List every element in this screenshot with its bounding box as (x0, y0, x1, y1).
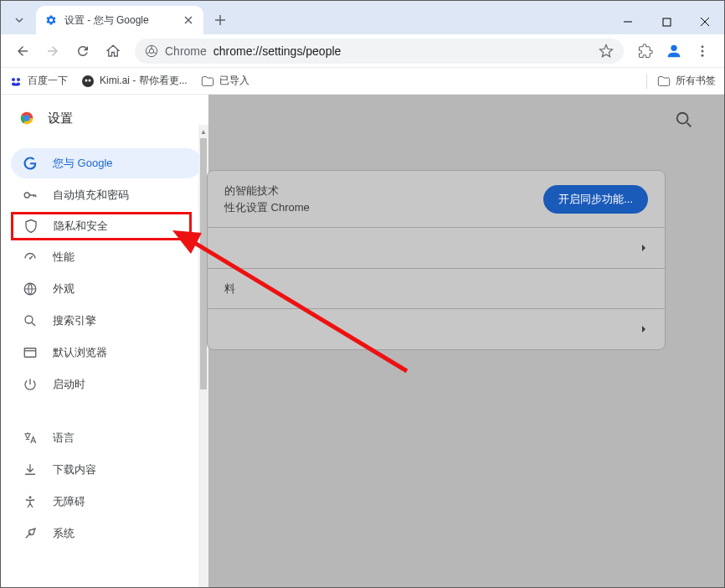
sidebar-item-on-startup[interactable]: 启动时 (11, 369, 202, 400)
bookmark-label: 百度一下 (28, 74, 68, 88)
sidebar-item-label: 自动填充和密码 (53, 188, 129, 203)
sync-text: 的智能技术 性化设置 Chrome (224, 183, 543, 215)
browser-icon (23, 345, 38, 360)
folder-icon (657, 75, 671, 88)
sidebar-item-languages[interactable]: 语言 (11, 423, 202, 453)
sidebar-item-label: 您与 Google (53, 156, 113, 171)
chevron-right-icon (640, 325, 648, 333)
minimize-button[interactable] (609, 9, 647, 34)
translate-icon (23, 431, 38, 446)
window-controls (609, 6, 724, 34)
download-icon (23, 462, 38, 477)
sidebar-header: 设置 (1, 95, 208, 142)
google-g-icon (23, 156, 38, 171)
card-row-3[interactable] (208, 309, 665, 349)
svg-point-16 (24, 193, 29, 198)
svg-point-9 (82, 75, 94, 87)
close-window-button[interactable] (686, 9, 724, 34)
sidebar-item-performance[interactable]: 性能 (11, 242, 202, 272)
tab-title: 设置 - 您与 Google (64, 13, 175, 28)
svg-point-19 (25, 316, 33, 323)
forward-button[interactable] (39, 38, 66, 64)
browser-tab[interactable]: 设置 - 您与 Google (36, 6, 203, 34)
svg-point-8 (17, 78, 20, 81)
back-button[interactable] (9, 38, 36, 64)
search-icon (23, 313, 38, 328)
bookmark-baidu[interactable]: 百度一下 (9, 74, 68, 88)
card-row-2[interactable]: 料 (208, 269, 665, 310)
reload-button[interactable] (69, 38, 96, 64)
main-panel: 的智能技术 性化设置 Chrome 开启同步功能... 料 (208, 95, 724, 587)
svg-point-11 (89, 79, 91, 81)
svg-point-21 (29, 496, 32, 498)
main-header (208, 95, 724, 145)
scroll-thumb[interactable] (200, 138, 207, 389)
all-bookmarks-button[interactable]: 所有书签 (657, 74, 716, 88)
globe-icon (23, 281, 38, 297)
sidebar-item-autofill[interactable]: 自动填充和密码 (11, 180, 202, 210)
sidebar-item-label: 性能 (53, 250, 75, 265)
close-icon[interactable] (182, 13, 195, 27)
baidu-icon (9, 75, 23, 88)
omnibox-prefix: Chrome (165, 44, 207, 58)
sidebar-item-privacy-security[interactable]: 隐私和安全 (11, 212, 192, 240)
home-button[interactable] (100, 38, 126, 64)
svg-point-17 (29, 257, 31, 259)
scroll-up-arrow[interactable]: ▲ (198, 126, 208, 137)
svg-point-10 (85, 79, 88, 81)
shield-icon (23, 219, 39, 234)
profile-button[interactable] (662, 39, 686, 63)
svg-point-5 (702, 49, 704, 52)
bookmarks-bar: 百度一下 Kimi.ai - 帮你看更... 已导入 所有书签 (1, 68, 724, 95)
power-icon (23, 377, 38, 392)
settings-sidebar: 设置 您与 Google 自动填充和密码 (1, 95, 208, 587)
sidebar-items: 您与 Google 自动填充和密码 隐私和安全 (1, 142, 208, 555)
key-icon (23, 188, 38, 203)
sidebar-item-label: 系统 (53, 526, 75, 541)
sidebar-item-appearance[interactable]: 外观 (11, 274, 202, 304)
svg-point-2 (149, 49, 153, 53)
gear-icon (44, 13, 58, 27)
sidebar-title: 设置 (48, 111, 73, 126)
sidebar-item-label: 搜索引擎 (53, 313, 96, 328)
sidebar-item-label: 默认浏览器 (53, 345, 107, 360)
menu-button[interactable] (689, 38, 716, 64)
bookmark-imported[interactable]: 已导入 (201, 74, 249, 88)
divider (646, 74, 647, 89)
folder-icon (201, 75, 214, 88)
wrench-icon (23, 526, 38, 541)
star-icon[interactable] (599, 44, 614, 59)
sidebar-item-default-browser[interactable]: 默认浏览器 (11, 338, 202, 368)
new-tab-button[interactable] (208, 8, 232, 32)
toolbar: Chrome chrome://settings/people (1, 34, 724, 68)
sidebar-item-you-and-google[interactable]: 您与 Google (11, 148, 202, 178)
browser-window: 设置 - 您与 Google (0, 0, 725, 588)
sync-section: 的智能技术 性化设置 Chrome 开启同步功能... (208, 171, 665, 228)
omnibox[interactable]: Chrome chrome://settings/people (135, 39, 624, 64)
sidebar-item-downloads[interactable]: 下载内容 (11, 455, 202, 485)
sidebar-item-search-engine[interactable]: 搜索引擎 (11, 306, 202, 336)
bookmark-label: Kimi.ai - 帮你看更... (100, 74, 188, 88)
extensions-button[interactable] (632, 38, 659, 64)
kimi-icon (81, 75, 95, 88)
svg-point-3 (671, 44, 676, 50)
sidebar-item-label: 下载内容 (53, 462, 96, 477)
turn-on-sync-button[interactable]: 开启同步功能... (543, 185, 648, 214)
svg-point-7 (12, 78, 15, 81)
sidebar-item-label: 启动时 (53, 377, 85, 392)
svg-point-22 (677, 113, 688, 124)
all-bookmarks-label: 所有书签 (676, 74, 716, 88)
sidebar-item-system[interactable]: 系统 (11, 518, 202, 549)
sidebar-item-accessibility[interactable]: 无障碍 (11, 487, 202, 517)
svg-rect-0 (663, 18, 671, 26)
content-area: 设置 您与 Google 自动填充和密码 (1, 95, 724, 587)
maximize-button[interactable] (647, 9, 686, 34)
bookmark-kimi[interactable]: Kimi.ai - 帮你看更... (81, 74, 188, 88)
card-row-1[interactable] (208, 228, 665, 269)
chevron-right-icon (640, 244, 648, 252)
search-settings-button[interactable] (669, 105, 699, 135)
chrome-logo-icon (18, 109, 36, 127)
tab-search-button[interactable] (8, 8, 31, 32)
sidebar-item-label: 外观 (53, 281, 75, 297)
svg-rect-20 (24, 348, 36, 358)
